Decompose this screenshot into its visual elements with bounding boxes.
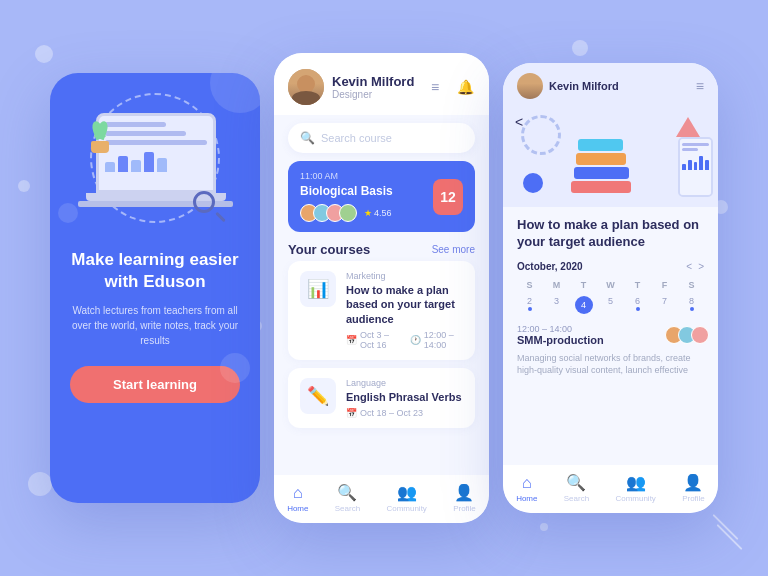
course-icon-1: 📊 xyxy=(300,271,336,307)
cal-day-6[interactable]: 6 xyxy=(625,294,650,316)
nav-community-2[interactable]: 👥 Community xyxy=(386,483,426,513)
cal-header-t1: T xyxy=(571,278,596,292)
date-badge: 12 xyxy=(433,179,463,215)
nav-home-2[interactable]: ⌂ Home xyxy=(287,484,308,513)
cal-header-w: W xyxy=(598,278,623,292)
cal-prev-icon[interactable]: < xyxy=(686,261,692,272)
home-label-2: Home xyxy=(287,504,308,513)
notification-icon[interactable]: 🔔 xyxy=(455,77,475,97)
profile-label-2: Profile xyxy=(453,504,476,513)
see-more-link[interactable]: See more xyxy=(432,244,475,255)
book-1 xyxy=(571,181,631,193)
course-item-1[interactable]: 📊 Marketing How to make a plan based on … xyxy=(288,261,475,360)
triangle-decoration xyxy=(676,117,700,137)
course-date-2: 📅 Oct 18 – Oct 23 xyxy=(346,408,423,418)
deco-outline-circle xyxy=(521,115,561,155)
plant-decoration xyxy=(86,121,114,153)
detail-hero: < xyxy=(503,107,718,207)
menu-icon[interactable]: ≡ xyxy=(425,77,445,97)
event-time: 12:00 – 14:00 xyxy=(517,324,604,334)
cal-day-3[interactable]: 3 xyxy=(544,294,569,316)
start-learning-button[interactable]: Start learning xyxy=(70,366,240,403)
deco-circle-1 xyxy=(210,73,260,113)
courses-title: Your courses xyxy=(288,242,370,257)
blue-circle-decoration xyxy=(523,173,543,193)
featured-info: 11:00 AM Biological Basis ★ 4.56 xyxy=(300,171,433,222)
phone-illustration xyxy=(678,137,713,197)
course-item-2[interactable]: ✏️ Language English Phrasal Verbs 📅 Oct … xyxy=(288,368,475,428)
nav-home-3[interactable]: ⌂ Home xyxy=(516,474,537,503)
phone-course-detail: Kevin Milford ≡ < xyxy=(503,63,718,513)
username: Kevin Milford xyxy=(332,74,425,89)
nav-profile-3[interactable]: 👤 Profile xyxy=(682,473,705,503)
detail-username: Kevin Milford xyxy=(549,80,619,92)
course-name-1: How to make a plan based on your target … xyxy=(346,283,463,326)
course-name-2: English Phrasal Verbs xyxy=(346,390,463,404)
event-info: 12:00 – 14:00 SMM-production xyxy=(517,324,604,346)
cal-day-5[interactable]: 5 xyxy=(598,294,623,316)
cal-day-4-active[interactable]: 4 xyxy=(571,294,596,316)
course-icon-2: ✏️ xyxy=(300,378,336,414)
onboard-text-section: Make learning easier with Eduson Watch l… xyxy=(70,249,240,479)
course-date-1: 📅 Oct 3 – Oct 16 xyxy=(346,330,402,350)
user-info: Kevin Milford Designer xyxy=(332,74,425,100)
cal-header-t2: T xyxy=(625,278,650,292)
nav-search-3[interactable]: 🔍 Search xyxy=(564,473,589,503)
courses-section-header: Your courses See more xyxy=(274,232,489,261)
detail-content: How to make a plan based on your target … xyxy=(503,207,718,465)
search-placeholder: Search course xyxy=(321,132,392,144)
search-bar[interactable]: 🔍 Search course xyxy=(288,123,475,153)
course-meta-1: 📅 Oct 3 – Oct 16 🕐 12:00 – 14:00 xyxy=(346,330,463,350)
deco-circle-2 xyxy=(220,353,250,383)
event-description: Managing social networks of brands, crea… xyxy=(517,352,704,377)
cal-next-icon[interactable]: > xyxy=(698,261,704,272)
detail-menu-icon[interactable]: ≡ xyxy=(696,78,704,94)
phone-dashboard: Kevin Milford Designer ≡ 🔔 🔍 Search cour… xyxy=(274,53,489,523)
calendar-month: October, 2020 xyxy=(517,261,583,272)
profile-label-3: Profile xyxy=(682,494,705,503)
event-name: SMM-production xyxy=(517,334,604,346)
bottom-navigation-2: ⌂ Home 🔍 Search 👥 Community 👤 Profile xyxy=(274,475,489,523)
detail-user-row: Kevin Milford xyxy=(517,73,619,99)
search-icon-2: 🔍 xyxy=(337,483,357,502)
bottom-navigation-3: ⌂ Home 🔍 Search 👥 Community 👤 Profile xyxy=(503,465,718,513)
event-attendees xyxy=(665,326,704,344)
cal-header-m: M xyxy=(544,278,569,292)
cal-header-f: F xyxy=(652,278,677,292)
course-time-1: 🕐 12:00 – 14:00 xyxy=(410,330,463,350)
calendar-navigation: < > xyxy=(686,261,704,272)
diagonal-decoration xyxy=(708,516,748,556)
home-icon-2: ⌂ xyxy=(293,484,303,502)
onboard-title: Make learning easier with Eduson xyxy=(70,249,240,293)
search-icon-3: 🔍 xyxy=(566,473,586,492)
featured-avatars xyxy=(300,204,352,222)
attendee-3 xyxy=(691,326,709,344)
deco-circle-3 xyxy=(58,203,78,223)
community-label-2: Community xyxy=(386,504,426,513)
search-label-2: Search xyxy=(335,504,360,513)
search-icon: 🔍 xyxy=(300,131,315,145)
cal-day-8[interactable]: 8 xyxy=(679,294,704,316)
user-role: Designer xyxy=(332,89,425,100)
cal-day-7[interactable]: 7 xyxy=(652,294,677,316)
nav-profile-2[interactable]: 👤 Profile xyxy=(453,483,476,513)
magnifier-icon xyxy=(193,191,225,223)
book-2 xyxy=(574,167,629,179)
course-meta-2: 📅 Oct 18 – Oct 23 xyxy=(346,408,463,418)
featured-course-card[interactable]: 11:00 AM Biological Basis ★ 4.56 xyxy=(288,161,475,232)
home-label-3: Home xyxy=(516,494,537,503)
featured-rating: ★ 4.56 xyxy=(364,208,392,218)
dashboard-header: Kevin Milford Designer ≡ 🔔 xyxy=(274,53,489,115)
community-icon-3: 👥 xyxy=(626,473,646,492)
cal-header-s2: S xyxy=(679,278,704,292)
course-category-2: Language xyxy=(346,378,463,388)
cal-day-2[interactable]: 2 xyxy=(517,294,542,316)
course-category-1: Marketing xyxy=(346,271,463,281)
book-stack-illustration xyxy=(566,118,656,193)
course-detail-title: How to make a plan based on your target … xyxy=(517,217,704,251)
book-4 xyxy=(578,139,623,151)
course-info-2: Language English Phrasal Verbs 📅 Oct 18 … xyxy=(346,378,463,418)
nav-community-3[interactable]: 👥 Community xyxy=(615,473,655,503)
phone-onboarding: Make learning easier with Eduson Watch l… xyxy=(50,73,260,503)
nav-search-2[interactable]: 🔍 Search xyxy=(335,483,360,513)
